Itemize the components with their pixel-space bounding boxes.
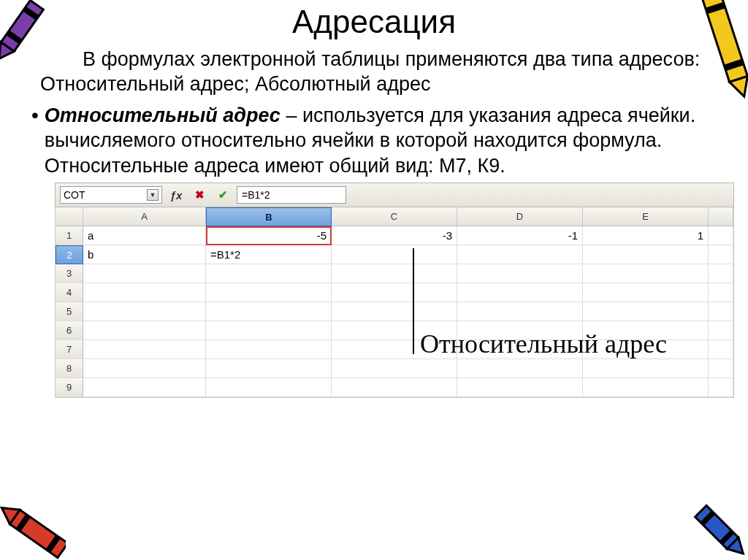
bullet-term: Относительный адрес — [45, 104, 280, 126]
crayon-blue-icon — [693, 494, 748, 560]
cell[interactable] — [583, 302, 709, 321]
cell[interactable] — [457, 378, 583, 397]
cell[interactable] — [206, 264, 332, 283]
function-wizard-icon[interactable]: ƒx — [167, 186, 186, 204]
cell[interactable]: -3 — [332, 226, 457, 245]
cell[interactable]: -1 — [457, 226, 583, 245]
row-header[interactable]: 1 — [56, 226, 83, 245]
name-box[interactable]: COT ▼ — [60, 186, 162, 204]
cell[interactable] — [457, 283, 583, 302]
cell — [709, 302, 733, 321]
cell[interactable] — [583, 359, 709, 378]
crayon-purple-icon — [0, 0, 51, 80]
cancel-icon[interactable]: ✖ — [190, 186, 209, 204]
cell — [709, 245, 733, 264]
svg-rect-12 — [695, 505, 739, 548]
col-header-B[interactable]: B — [206, 207, 332, 226]
cell-active-B1[interactable]: -5 — [206, 226, 332, 245]
bullet-marker: • — [31, 103, 39, 128]
cell — [709, 264, 733, 283]
row-header[interactable]: 6 — [56, 321, 83, 340]
cell[interactable] — [332, 264, 457, 283]
cell — [709, 283, 733, 302]
cell — [709, 378, 733, 397]
formula-value: =B1*2 — [242, 189, 270, 201]
formula-input[interactable]: =B1*2 — [237, 186, 346, 204]
cell[interactable] — [457, 359, 583, 378]
corner-cell[interactable] — [56, 207, 83, 226]
callout-line — [413, 248, 414, 354]
table-row: 4 — [56, 283, 733, 302]
cell[interactable] — [457, 264, 583, 283]
cell[interactable] — [83, 378, 206, 397]
cell[interactable] — [83, 340, 206, 359]
cell[interactable] — [206, 359, 332, 378]
cell[interactable] — [332, 378, 457, 397]
cell[interactable] — [206, 321, 332, 340]
cell[interactable] — [83, 302, 206, 321]
cell[interactable] — [332, 245, 457, 264]
cell[interactable]: 1 — [583, 226, 709, 245]
cell[interactable]: a — [83, 226, 206, 245]
cell[interactable] — [206, 378, 332, 397]
name-box-dropdown-icon[interactable]: ▼ — [147, 189, 159, 201]
cell[interactable] — [83, 321, 206, 340]
svg-rect-8 — [9, 510, 66, 558]
cell[interactable] — [83, 359, 206, 378]
crayon-yellow-icon — [693, 0, 748, 120]
cell[interactable] — [206, 340, 332, 359]
cell[interactable] — [332, 283, 457, 302]
row-header[interactable]: 5 — [56, 302, 83, 321]
col-header-D[interactable]: D — [457, 207, 583, 226]
row-header-active[interactable]: 2 — [56, 245, 83, 264]
row-header[interactable]: 7 — [56, 340, 83, 359]
callout-label: Относительный адрес — [420, 329, 667, 359]
cell[interactable] — [457, 302, 583, 321]
row-header[interactable]: 9 — [56, 378, 83, 397]
col-header-E[interactable]: E — [583, 207, 709, 226]
cell[interactable] — [583, 283, 709, 302]
cell[interactable] — [332, 359, 457, 378]
cell[interactable] — [206, 283, 332, 302]
name-box-value: COT — [64, 189, 85, 201]
cell — [709, 321, 733, 340]
row-header[interactable]: 4 — [56, 283, 83, 302]
cell[interactable] — [83, 283, 206, 302]
cell[interactable]: b — [83, 245, 206, 264]
row-header[interactable]: 3 — [56, 264, 83, 283]
spreadsheet-grid: A B C D E 1 a -5 -3 -1 1 2 b =B1*2 — [55, 207, 734, 398]
col-header-A[interactable]: A — [83, 207, 206, 226]
cell[interactable] — [583, 378, 709, 397]
bullet-item: • Относительный адрес – используется для… — [33, 103, 715, 179]
table-row: 5 — [56, 302, 733, 321]
cell[interactable] — [457, 245, 583, 264]
svg-rect-0 — [1, 0, 43, 51]
cell[interactable] — [83, 264, 206, 283]
row-header[interactable]: 8 — [56, 359, 83, 378]
cell[interactable] — [206, 302, 332, 321]
formula-bar: COT ▼ ƒx ✖ ✔ =B1*2 — [55, 183, 734, 207]
table-row: 8 — [56, 359, 733, 378]
column-header-row: A B C D E — [56, 207, 733, 226]
crayon-red-icon — [0, 476, 66, 560]
table-row: 1 a -5 -3 -1 1 — [56, 226, 733, 245]
table-row: 9 — [56, 378, 733, 397]
table-row: 3 — [56, 264, 733, 283]
cell[interactable] — [332, 302, 457, 321]
accept-icon[interactable]: ✔ — [213, 186, 232, 204]
bullet-text: Относительный адрес – используется для у… — [45, 103, 715, 179]
spreadsheet-screenshot: COT ▼ ƒx ✖ ✔ =B1*2 A B C D E 1 a — [55, 183, 734, 398]
cell — [709, 226, 733, 245]
col-header-C[interactable]: C — [332, 207, 457, 226]
table-row: 2 b =B1*2 — [56, 245, 733, 264]
cell[interactable] — [583, 264, 709, 283]
cell — [709, 340, 733, 359]
cell — [709, 359, 733, 378]
cell-editing-B2[interactable]: =B1*2 — [206, 245, 332, 264]
slide-title: Адресация — [33, 0, 715, 47]
cell[interactable] — [583, 245, 709, 264]
intro-paragraph: В формулах электронной таблицы применяют… — [40, 47, 708, 97]
col-header-end — [709, 207, 733, 226]
